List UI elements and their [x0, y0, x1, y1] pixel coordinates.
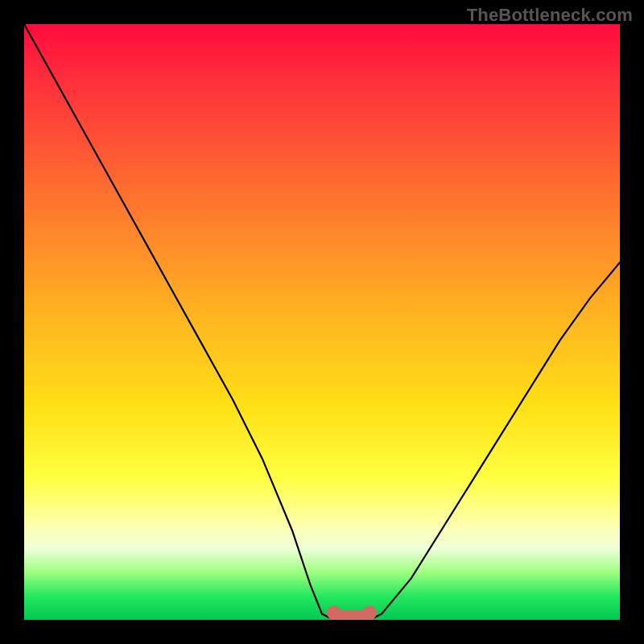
svg-point-2	[362, 605, 377, 620]
curve-path	[24, 24, 620, 620]
svg-point-1	[327, 605, 341, 620]
bottleneck-curve	[24, 24, 620, 620]
watermark-text: TheBottleneck.com	[467, 5, 633, 26]
plot-area	[24, 24, 620, 620]
chart-frame: TheBottleneck.com	[0, 0, 644, 644]
optimal-region-marker	[327, 605, 377, 620]
